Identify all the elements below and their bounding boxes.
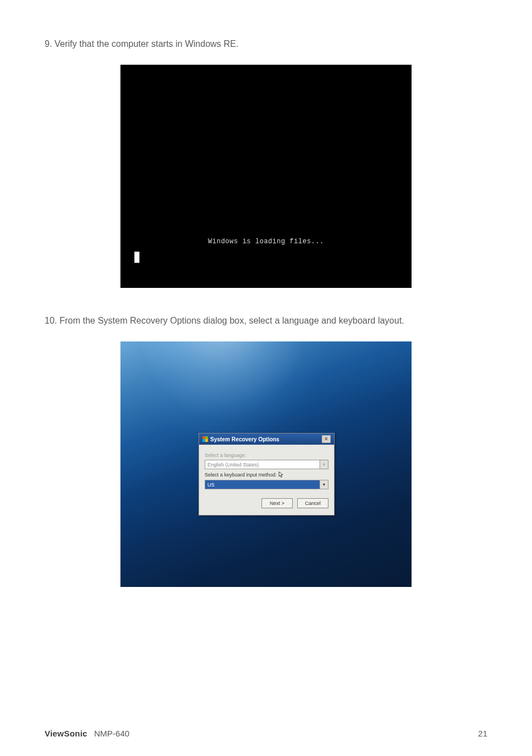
step-9-text: 9. Verify that the computer starts in Wi… bbox=[45, 39, 487, 49]
loading-files-text: Windows is loading files... bbox=[120, 238, 412, 245]
progress-bar-fill bbox=[139, 252, 398, 263]
language-value: English (United States) bbox=[207, 462, 259, 468]
cursor-icon bbox=[278, 471, 284, 478]
chevron-down-icon[interactable]: ▼ bbox=[320, 480, 328, 489]
cancel-button[interactable]: Cancel bbox=[297, 498, 328, 508]
system-recovery-dialog: System Recovery Options × Select a langu… bbox=[199, 433, 335, 516]
dialog-titlebar: System Recovery Options × bbox=[199, 434, 334, 445]
dialog-title: System Recovery Options bbox=[210, 436, 279, 442]
language-select[interactable]: English (United States) ▼ bbox=[205, 460, 328, 469]
page-number: 21 bbox=[478, 729, 487, 738]
next-button[interactable]: Next > bbox=[262, 498, 293, 508]
keyboard-label: Select a keyboard input method: bbox=[205, 471, 328, 478]
keyboard-value: US bbox=[207, 482, 215, 488]
screenshot-recovery-options: System Recovery Options × Select a langu… bbox=[120, 341, 412, 587]
chevron-down-icon: ▼ bbox=[320, 460, 328, 469]
dialog-body: Select a language: English (United State… bbox=[199, 445, 334, 515]
keyboard-select[interactable]: US ▼ bbox=[205, 480, 328, 489]
model-name: NMP-640 bbox=[94, 729, 129, 738]
page-footer: ViewSonic NMP-640 21 bbox=[45, 729, 487, 738]
step-10-text: 10. From the System Recovery Options dia… bbox=[45, 316, 487, 326]
progress-bar bbox=[134, 252, 398, 263]
language-label: Select a language: bbox=[205, 452, 328, 458]
windows-icon bbox=[202, 436, 208, 442]
screenshot-windows-loading: Windows is loading files... bbox=[120, 65, 412, 288]
brand-name: ViewSonic bbox=[45, 729, 88, 738]
close-button[interactable]: × bbox=[322, 435, 331, 443]
